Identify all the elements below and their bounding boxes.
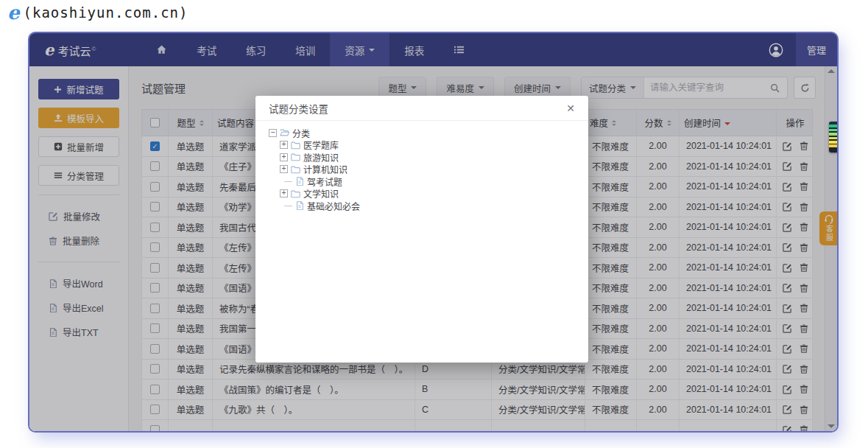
- category-tree: −分类+医学题库+旅游知识+计算机知识驾考试题+文学知识基础必知必会: [266, 127, 578, 212]
- tree-node-文学知识[interactable]: +文学知识: [266, 188, 578, 200]
- folder-open-icon: [280, 128, 289, 137]
- file-icon: [295, 201, 304, 210]
- modal-title: 试题分类设置: [269, 101, 328, 116]
- modal-header: 试题分类设置 ✕: [255, 96, 588, 121]
- tree-connector: [284, 181, 292, 182]
- browser-caption: e (kaoshiyun.com.cn): [7, 4, 188, 21]
- site-url: (kaoshiyun.com.cn): [24, 4, 188, 21]
- tree-connector: [284, 206, 292, 206]
- tree-node-label: 驾考试题: [307, 175, 342, 188]
- tree-node-分类[interactable]: −分类: [266, 127, 578, 139]
- extension-levels-widget[interactable]: [829, 122, 837, 153]
- modal-body: −分类+医学题库+旅游知识+计算机知识驾考试题+文学知识基础必知必会: [255, 121, 588, 218]
- folder-icon: [291, 165, 300, 174]
- tree-node-计算机知识[interactable]: +计算机知识: [266, 164, 578, 176]
- tree-node-label: 医学题库: [303, 139, 339, 151]
- expand-icon[interactable]: +: [280, 189, 288, 197]
- tree-node-label: 计算机知识: [303, 163, 347, 175]
- tree-node-label: 旅游知识: [303, 151, 339, 164]
- tree-node-label: 分类: [292, 127, 310, 139]
- folder-icon: [291, 153, 300, 161]
- folder-icon: [291, 189, 300, 198]
- tree-node-label: 文学知识: [303, 187, 339, 200]
- tree-node-旅游知识[interactable]: +旅游知识: [266, 151, 578, 164]
- tree-node-驾考试题[interactable]: 驾考试题: [266, 175, 578, 188]
- expand-icon[interactable]: +: [280, 153, 288, 161]
- app-window: e 考试云 © 考试练习培训资源报表 管理 新增: [29, 33, 837, 431]
- site-logo-e: e: [7, 5, 21, 20]
- category-settings-modal: 试题分类设置 ✕ −分类+医学题库+旅游知识+计算机知识驾考试题+文学知识基础必…: [255, 96, 588, 363]
- close-icon[interactable]: ✕: [566, 102, 575, 114]
- expand-icon[interactable]: +: [280, 165, 288, 173]
- collapse-icon[interactable]: −: [269, 129, 277, 137]
- tree-node-基础必知必会[interactable]: 基础必知必会: [266, 200, 578, 212]
- tree-node-label: 基础必知必会: [307, 200, 360, 212]
- file-icon: [295, 177, 304, 186]
- expand-icon[interactable]: +: [280, 141, 288, 149]
- folder-icon: [291, 141, 300, 150]
- tree-node-医学题库[interactable]: +医学题库: [266, 139, 578, 152]
